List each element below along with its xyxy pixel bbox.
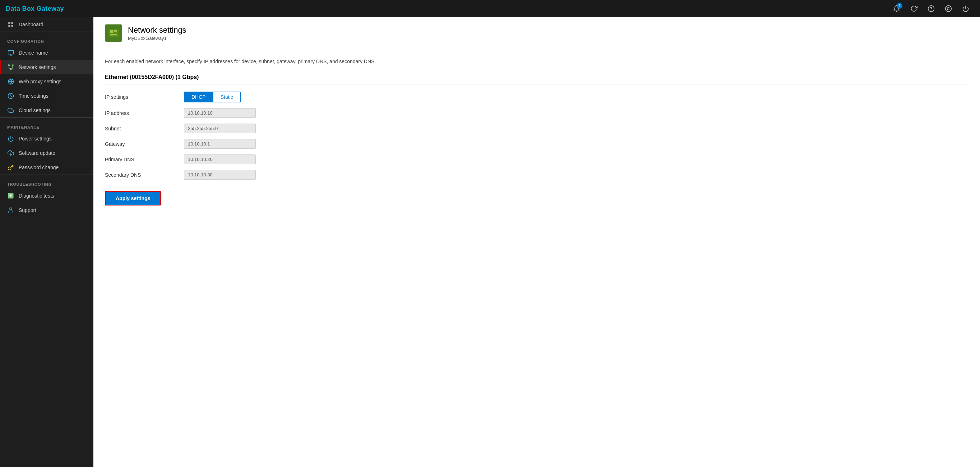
app-title: Data Box Gateway	[6, 5, 64, 13]
svg-rect-11	[8, 65, 10, 67]
main-layout: Dashboard CONFIGURATION Device name Netw…	[0, 17, 980, 467]
sidebar-item-device-name[interactable]: Device name	[0, 46, 94, 60]
primary-dns-input	[184, 154, 256, 164]
sidebar-label-device: Device name	[19, 50, 48, 56]
svg-rect-5	[11, 22, 13, 24]
content-area: Network settings MyDBoxGateway1 For each…	[94, 17, 980, 467]
power-icon	[7, 135, 14, 142]
sidebar-label-password: Password change	[19, 165, 59, 170]
sidebar-item-cloud-settings[interactable]: Cloud settings	[0, 103, 94, 118]
sidebar-item-web-proxy[interactable]: Web proxy settings	[0, 75, 94, 89]
webproxy-icon	[7, 78, 14, 85]
secondary-dns-label: Secondary DNS	[105, 172, 184, 178]
svg-rect-7	[8, 25, 10, 27]
ip-mode-toggle[interactable]: DHCP Static	[184, 92, 241, 102]
page-description: For each enabled network interface, spec…	[105, 58, 969, 65]
sidebar-item-password-change[interactable]: Password change	[0, 160, 94, 175]
svg-rect-30	[110, 34, 117, 35]
sidebar: Dashboard CONFIGURATION Device name Netw…	[0, 17, 94, 467]
page-header-text: Network settings MyDBoxGateway1	[128, 25, 186, 41]
power-button[interactable]	[957, 0, 974, 17]
subnet-input	[184, 124, 256, 133]
software-icon	[7, 149, 14, 157]
sidebar-item-support[interactable]: Support	[0, 203, 94, 217]
notification-badge: 1	[897, 3, 902, 9]
troubleshooting-section-label: TROUBLESHOOTING	[0, 176, 94, 189]
svg-rect-4	[8, 22, 10, 24]
network-form: IP settings DHCP Static IP address Subne…	[105, 92, 969, 179]
cloud-icon	[7, 107, 14, 114]
svg-rect-12	[12, 65, 14, 67]
topbar: Data Box Gateway 1	[0, 0, 980, 17]
help-button[interactable]	[923, 0, 940, 17]
svg-rect-31	[110, 36, 114, 36]
sidebar-item-dashboard[interactable]: Dashboard	[0, 17, 94, 32]
topbar-icons: 1	[888, 0, 974, 17]
sidebar-label-network: Network settings	[19, 64, 56, 70]
svg-rect-28	[110, 30, 113, 33]
primary-dns-label: Primary DNS	[105, 157, 184, 162]
svg-point-2	[945, 6, 951, 12]
sidebar-item-diagnostic[interactable]: Diagnostic tests	[0, 189, 94, 203]
maintenance-divider	[0, 118, 94, 118]
section-title: Ethernet (00155D2FA000) (1 Gbps)	[105, 74, 969, 84]
maintenance-section-label: MAINTENANCE	[0, 119, 94, 132]
gateway-field	[184, 139, 263, 149]
ip-address-field	[184, 108, 263, 118]
diagnostic-icon	[7, 192, 14, 199]
password-icon	[7, 164, 14, 171]
sidebar-item-time-settings[interactable]: Time settings	[0, 89, 94, 103]
sidebar-item-power-settings[interactable]: Power settings	[0, 132, 94, 146]
sidebar-label-software: Software update	[19, 150, 55, 156]
sidebar-label-webproxy: Web proxy settings	[19, 79, 61, 84]
refresh-button[interactable]	[905, 0, 923, 17]
troubleshooting-divider	[0, 175, 94, 175]
ip-settings-label: IP settings	[105, 94, 184, 100]
network-icon	[7, 64, 14, 71]
subnet-label: Subnet	[105, 126, 184, 132]
ip-address-label: IP address	[105, 110, 184, 116]
config-divider	[0, 32, 94, 32]
secondary-dns-input	[184, 170, 256, 179]
dashboard-icon	[7, 21, 14, 28]
static-button[interactable]: Static	[213, 92, 240, 102]
page-body: For each enabled network interface, spec…	[94, 49, 980, 467]
subnet-field	[184, 124, 263, 133]
sidebar-item-label: Dashboard	[19, 22, 43, 27]
device-icon	[7, 49, 14, 56]
page-header: Network settings MyDBoxGateway1	[94, 17, 980, 49]
dhcp-button[interactable]: DHCP	[184, 92, 213, 102]
svg-rect-6	[11, 25, 13, 27]
svg-point-26	[10, 208, 12, 210]
apply-settings-button[interactable]: Apply settings	[105, 191, 161, 205]
sidebar-item-software-update[interactable]: Software update	[0, 146, 94, 160]
sidebar-label-cloud: Cloud settings	[19, 107, 51, 113]
svg-rect-8	[8, 50, 14, 54]
secondary-dns-field	[184, 170, 263, 179]
svg-rect-29	[114, 30, 117, 32]
copyright-button[interactable]	[940, 0, 957, 17]
sidebar-label-diagnostic: Diagnostic tests	[19, 193, 54, 199]
notifications-button[interactable]: 1	[888, 0, 905, 17]
gateway-input	[184, 139, 256, 149]
ip-settings-toggle: DHCP Static	[184, 92, 263, 102]
page-subtitle: MyDBoxGateway1	[128, 36, 186, 41]
sidebar-label-support: Support	[19, 207, 36, 213]
page-title: Network settings	[128, 25, 186, 35]
support-icon	[7, 206, 14, 214]
time-icon	[7, 92, 14, 100]
sidebar-label-time: Time settings	[19, 93, 48, 99]
primary-dns-field	[184, 154, 263, 164]
sidebar-item-network-settings[interactable]: Network settings	[0, 60, 94, 75]
page-header-icon	[105, 24, 122, 42]
config-section-label: CONFIGURATION	[0, 33, 94, 46]
sidebar-label-power: Power settings	[19, 136, 52, 141]
gateway-label: Gateway	[105, 141, 184, 147]
ip-address-input	[184, 108, 256, 118]
